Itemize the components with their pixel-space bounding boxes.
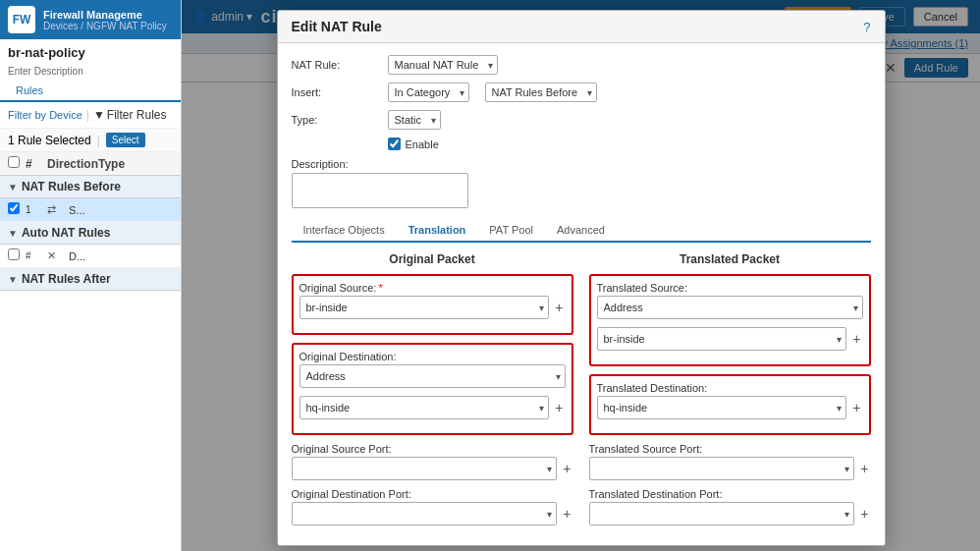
col-checkbox	[8, 156, 26, 171]
insert-select[interactable]: In Category	[388, 83, 469, 102]
nat-rule-select-wrap: Manual NAT Rule	[388, 55, 498, 75]
original-source-group: Original Source: br-inside +	[299, 282, 566, 319]
original-destination-label: Original Destination:	[299, 351, 566, 362]
translated-destination-highlight: Translated Destination: hq-inside +	[589, 374, 871, 435]
original-source-row: br-inside +	[299, 296, 566, 319]
rule-selected-count: 1 Rule Selected	[8, 134, 91, 147]
original-source-port-label: Original Source Port:	[292, 443, 573, 455]
filter-by-device-link[interactable]: Filter by Device	[8, 109, 82, 121]
col-hash-header: #	[26, 157, 47, 171]
translated-source-value-group: br-inside +	[597, 327, 863, 351]
nat-rule-select[interactable]: Manual NAT Rule	[388, 55, 498, 75]
translated-source-label: Translated Source:	[597, 282, 863, 294]
nat-rules-before-section[interactable]: ▼ NAT Rules Before	[0, 176, 181, 198]
enable-label: Enable	[406, 138, 439, 150]
filter-rules-btn[interactable]: ▼ Filter Rules	[93, 108, 167, 122]
original-source-label: Original Source:	[299, 282, 566, 294]
app-title: Firewall Manageme	[43, 9, 167, 21]
original-destination-select[interactable]: hq-inside	[299, 396, 550, 419]
original-destination-port-wrap	[292, 502, 558, 525]
auto-nat-section[interactable]: ▼ Auto NAT Rules	[0, 222, 181, 245]
original-destination-port-select[interactable]	[292, 502, 558, 525]
translated-destination-port-select[interactable]	[589, 502, 855, 525]
type-select-wrap: Static	[388, 110, 441, 130]
translated-packet-title: Translated Packet	[589, 252, 871, 266]
nat-rule-row: NAT Rule: Manual NAT Rule	[292, 55, 871, 75]
auto-nat-chevron: ▼	[8, 228, 18, 239]
nat-rules-before-select[interactable]: NAT Rules Before	[485, 83, 597, 102]
modal-title: Edit NAT Rule	[292, 19, 382, 34]
rule-checkbox-auto[interactable]	[8, 248, 20, 260]
original-packet-title: Original Packet	[292, 252, 573, 266]
modal-help-icon[interactable]: ?	[863, 20, 870, 34]
original-source-add-btn[interactable]: +	[553, 300, 565, 315]
translated-source-select[interactable]: br-inside	[597, 327, 847, 351]
original-source-port-add-btn[interactable]: +	[561, 461, 572, 476]
translated-source-add-btn[interactable]: +	[850, 331, 862, 347]
filter-row: Filter by Device | ▼ Filter Rules	[0, 102, 181, 129]
translated-source-port-group: Translated Source Port: +	[589, 443, 871, 480]
nat-before-chevron: ▼	[8, 182, 18, 193]
translated-destination-label: Translated Destination:	[597, 382, 863, 394]
original-destination-value-group: hq-inside +	[299, 396, 566, 419]
nat-rule-label: NAT Rule:	[292, 59, 380, 71]
original-source-highlight: Original Source: br-inside +	[292, 274, 573, 335]
description-section: Description:	[292, 158, 871, 211]
nat-after-chevron: ▼	[8, 274, 18, 285]
filter-icon: ▼	[93, 108, 105, 122]
translated-destination-add-btn[interactable]: +	[850, 400, 862, 415]
translated-source-port-label: Translated Source Port:	[589, 443, 871, 455]
type-select[interactable]: Static	[388, 110, 441, 130]
original-source-port-select[interactable]	[292, 457, 558, 480]
description-input[interactable]	[292, 173, 468, 208]
original-destination-highlight: Original Destination: Address	[292, 343, 573, 435]
nat-rules-after-section[interactable]: ▼ NAT Rules After	[0, 268, 181, 291]
policy-description[interactable]: Enter Description	[0, 66, 181, 81]
translated-destination-group: Translated Destination: hq-inside +	[597, 382, 863, 419]
tab-advanced[interactable]: Advanced	[545, 219, 617, 243]
nat-before-label: NAT Rules Before	[22, 180, 121, 193]
translated-destination-port-row: +	[589, 502, 871, 525]
rule-number-auto: #	[26, 250, 47, 261]
tab-pat-pool[interactable]: PAT Pool	[477, 219, 545, 243]
auto-nat-label: Auto NAT Rules	[22, 226, 110, 240]
translated-destination-select[interactable]: hq-inside	[597, 396, 847, 419]
rule-type-auto: D...	[69, 250, 85, 262]
original-destination-type-row: Address	[299, 364, 566, 388]
translated-packet-col: Translated Packet Translated Source: Add…	[589, 252, 871, 533]
translated-source-type-select[interactable]: Address	[597, 296, 863, 319]
modal-header: Edit NAT Rule ?	[278, 11, 885, 43]
sidebar-tabs: Rules	[0, 81, 181, 102]
type-row: Type: Static	[292, 110, 871, 130]
original-destination-type-group: Original Destination: Address	[299, 351, 566, 388]
tab-interface-objects[interactable]: Interface Objects	[292, 219, 397, 243]
packet-area: Original Packet Original Source: br-insi…	[292, 252, 871, 533]
rule-checkbox-1[interactable]	[8, 202, 20, 214]
tab-translation[interactable]: Translation	[397, 219, 478, 243]
original-destination-port-group: Original Destination Port: +	[292, 488, 573, 525]
table-row[interactable]: # ✕ D...	[0, 245, 181, 268]
original-destination-add-btn[interactable]: +	[553, 400, 565, 415]
translated-source-port-add-btn[interactable]: +	[858, 461, 870, 476]
original-packet-col: Original Packet Original Source: br-insi…	[292, 252, 573, 533]
modal-tabs: Interface Objects Translation PAT Pool A…	[292, 219, 871, 243]
col-type-header: Type	[98, 157, 128, 171]
select-all-checkbox[interactable]	[8, 156, 20, 168]
type-label: Type:	[292, 114, 380, 126]
original-destination-type-select[interactable]: Address	[299, 364, 566, 388]
table-row[interactable]: 1 ⇄ S...	[0, 198, 181, 222]
enable-checkbox[interactable]	[388, 138, 401, 150]
original-destination-type-wrap: Address	[299, 364, 566, 388]
translated-destination-port-label: Translated Destination Port:	[589, 488, 871, 500]
description-label: Description:	[292, 158, 871, 170]
translated-destination-port-add-btn[interactable]: +	[858, 506, 870, 522]
original-destination-port-add-btn[interactable]: +	[561, 506, 572, 522]
select-button[interactable]: Select	[106, 133, 145, 147]
translated-destination-row: hq-inside +	[597, 396, 863, 419]
original-source-select[interactable]: br-inside	[299, 296, 550, 319]
modal-overlay: Edit NAT Rule ? NAT Rule: Manual NAT Rul…	[182, 0, 980, 551]
rule-type-1: S...	[69, 204, 85, 216]
translated-source-port-select[interactable]	[589, 457, 855, 480]
tab-rules[interactable]: Rules	[8, 81, 51, 102]
translated-destination-port-group: Translated Destination Port: +	[589, 488, 871, 525]
